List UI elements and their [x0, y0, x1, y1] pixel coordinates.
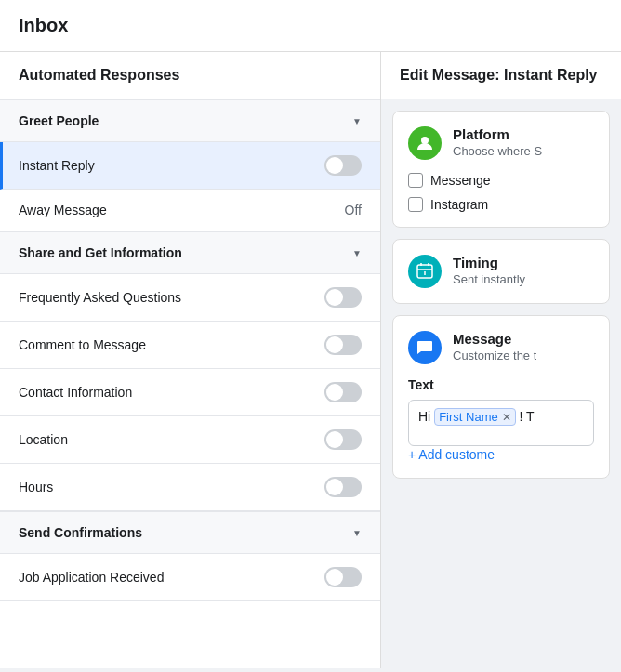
timing-card-text: Timing Sent instantly [453, 255, 525, 286]
timing-title: Timing [453, 255, 525, 270]
main-container: Automated Responses Greet People ▼ Insta… [0, 52, 621, 668]
instagram-option[interactable]: Instagram [408, 197, 594, 212]
platform-title: Platform [453, 126, 542, 142]
message-title: Message [453, 331, 536, 347]
hours-label: Hours [19, 480, 53, 494]
messenger-checkbox[interactable] [408, 173, 423, 188]
list-item-instant-reply[interactable]: Instant Reply [0, 142, 380, 190]
hours-slider [324, 477, 362, 497]
instant-reply-slider [324, 155, 362, 176]
section-greet-people-label: Greet People [19, 113, 99, 128]
timing-card: Timing Sent instantly [392, 239, 610, 304]
faq-slider [324, 287, 362, 308]
section-send-confirmations[interactable]: Send Confirmations ▼ [0, 511, 380, 554]
list-item-job-application[interactable]: Job Application Received [0, 554, 380, 601]
comment-to-message-label: Comment to Message [19, 337, 146, 352]
location-toggle[interactable] [324, 429, 362, 450]
chevron-down-icon-3: ▼ [352, 528, 362, 538]
right-panel-title: Edit Message: Instant Reply [381, 52, 621, 99]
section-greet-people[interactable]: Greet People ▼ [0, 99, 380, 142]
messenger-label: Messenge [430, 173, 491, 188]
section-send-confirmations-label: Send Confirmations [19, 525, 142, 540]
messenger-option[interactable]: Messenge [408, 173, 594, 188]
location-slider [324, 429, 362, 450]
list-item-hours[interactable]: Hours [0, 464, 380, 511]
job-application-slider [324, 567, 362, 587]
message-card: Message Customize the t Text Hi First Na… [392, 315, 610, 479]
text-suffix: ! T [520, 409, 535, 424]
message-card-header: Message Customize the t [408, 331, 594, 364]
text-input-area[interactable]: Hi First Name ✕ ! T [408, 400, 594, 446]
contact-info-slider [324, 382, 362, 402]
left-panel-title: Automated Responses [0, 52, 380, 99]
remove-token-icon[interactable]: ✕ [502, 411, 511, 424]
chevron-down-icon: ▼ [352, 116, 362, 126]
comment-to-message-toggle[interactable] [324, 335, 362, 355]
job-application-label: Job Application Received [19, 570, 164, 585]
job-application-toggle[interactable] [324, 567, 362, 587]
message-icon [408, 331, 442, 364]
platform-card-header: Platform Choose where S [408, 126, 594, 160]
first-name-token[interactable]: First Name ✕ [434, 408, 516, 426]
contact-info-toggle[interactable] [324, 382, 362, 402]
list-item-away-message[interactable]: Away Message Off [0, 190, 380, 231]
section-share-label: Share and Get Information [19, 245, 182, 260]
list-item-location[interactable]: Location [0, 416, 380, 464]
timing-card-header: Timing Sent instantly [408, 255, 594, 288]
list-item-faq[interactable]: Frequently Asked Questions [0, 274, 380, 322]
text-prefix: Hi [418, 409, 430, 424]
hours-toggle[interactable] [324, 477, 362, 497]
away-message-status: Off [345, 203, 362, 217]
away-message-label: Away Message [19, 203, 107, 217]
text-field-label: Text [408, 377, 594, 392]
platform-card: Platform Choose where S Messenge Instagr… [392, 111, 610, 228]
page-header: Inbox [0, 0, 621, 52]
instant-reply-toggle[interactable] [324, 155, 362, 176]
platform-card-text: Platform Choose where S [453, 126, 542, 158]
timing-icon [408, 255, 442, 288]
chevron-down-icon-2: ▼ [352, 248, 362, 258]
message-subtitle: Customize the t [453, 349, 536, 362]
message-card-body: Text Hi First Name ✕ ! T + Add custome [408, 377, 594, 463]
list-item-comment-to-message[interactable]: Comment to Message [0, 322, 380, 369]
list-item-contact-info[interactable]: Contact Information [0, 369, 380, 416]
contact-info-label: Contact Information [19, 385, 132, 400]
faq-label: Frequently Asked Questions [19, 290, 181, 305]
faq-toggle[interactable] [324, 287, 362, 308]
location-label: Location [19, 432, 68, 447]
instagram-checkbox[interactable] [408, 197, 423, 212]
add-custom-link[interactable]: + Add custome [408, 447, 495, 462]
instagram-label: Instagram [430, 197, 488, 212]
left-panel: Automated Responses Greet People ▼ Insta… [0, 52, 381, 668]
page-title: Inbox [19, 15, 602, 36]
platform-card-body: Messenge Instagram [408, 173, 594, 212]
instant-reply-label: Instant Reply [19, 158, 95, 173]
platform-subtitle: Choose where S [453, 144, 542, 158]
timing-subtitle: Sent instantly [453, 272, 525, 286]
section-share-get-info[interactable]: Share and Get Information ▼ [0, 231, 380, 274]
platform-icon [408, 126, 442, 160]
comment-to-message-slider [324, 335, 362, 355]
right-panel: Edit Message: Instant Reply Platform Cho… [381, 52, 621, 668]
svg-point-0 [421, 137, 429, 144]
message-card-text: Message Customize the t [453, 331, 536, 362]
